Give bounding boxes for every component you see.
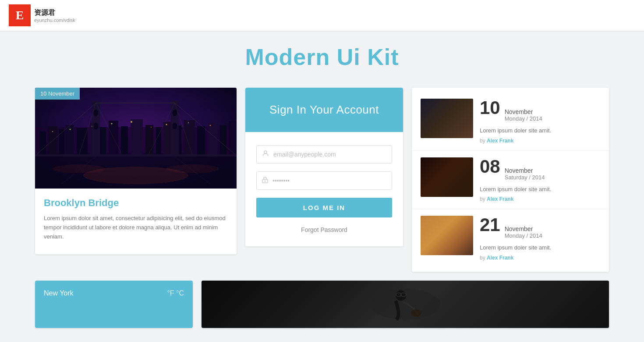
article-item: 10 November Monday / 2014 Lorem ipsum do… <box>412 92 609 151</box>
article-excerpt: Lorem ipsum doler site amit. <box>480 243 600 252</box>
svg-point-49 <box>166 164 219 173</box>
svg-rect-33 <box>94 110 98 116</box>
weather-city: New York <box>44 289 74 297</box>
music-background <box>202 281 609 328</box>
article-thumb <box>421 216 473 255</box>
weather-card: New York °F °C <box>35 281 193 328</box>
svg-rect-36 <box>173 123 177 129</box>
weather-units: °F °C <box>167 289 184 297</box>
bridge-illustration <box>35 88 237 189</box>
logo-text: 资源君 eyunzhu.com/vdisk <box>34 8 75 23</box>
article-author: Alex Frank <box>487 255 513 261</box>
article-meta: 10 November Monday / 2014 Lorem ipsum do… <box>480 99 600 144</box>
email-input[interactable] <box>273 146 386 163</box>
article-excerpt: Lorem ipsum doler site amit. <box>480 185 600 194</box>
brand-name: 资源君 <box>34 8 75 18</box>
article-byline: by Alex Frank <box>480 138 600 144</box>
svg-rect-12 <box>131 119 143 156</box>
blog-card-text: Lorem ipsum dolor sit amet, consectetur … <box>44 214 228 241</box>
article-weekday: Saturday / 2014 <box>505 174 545 181</box>
svg-rect-44 <box>35 154 237 157</box>
article-meta: 08 November Saturday / 2014 Lorem ipsum … <box>480 157 600 203</box>
article-author: Alex Frank <box>487 196 513 202</box>
article-item: 21 November Monday / 2014 Lorem ipsum do… <box>412 209 609 267</box>
article-byline: by Alex Frank <box>480 196 600 202</box>
signin-header: Sign In Your Account <box>245 88 403 132</box>
svg-rect-19 <box>208 123 217 156</box>
email-input-group <box>256 145 392 164</box>
lock-icon <box>262 176 268 185</box>
brand-url: eyunzhu.com/vdisk <box>34 18 75 23</box>
blog-card: 10 November <box>35 88 237 254</box>
article-date-row: 08 November Saturday / 2014 <box>480 157 600 181</box>
article-day: 10 <box>480 99 500 117</box>
page-title: Modern Ui Kit <box>0 44 644 70</box>
user-icon <box>262 150 269 159</box>
svg-rect-18 <box>197 126 205 156</box>
article-thumb <box>421 157 473 197</box>
signin-title: Sign In Your Account <box>254 103 394 117</box>
article-date-row: 10 November Monday / 2014 <box>480 99 600 122</box>
article-author: Alex Frank <box>487 138 513 144</box>
article-day: 08 <box>480 157 500 176</box>
article-excerpt: Lorem ipsum doler site amit. <box>480 126 600 135</box>
music-card <box>202 281 609 328</box>
svg-point-29 <box>188 122 189 123</box>
article-weekday: Monday / 2014 <box>505 115 542 122</box>
blog-card-body: Brooklyn Bridge Lorem ipsum dolor sit am… <box>35 189 237 254</box>
svg-point-52 <box>265 181 266 182</box>
svg-rect-10 <box>109 121 118 156</box>
svg-point-28 <box>166 124 167 125</box>
svg-point-23 <box>70 129 71 130</box>
article-thumb <box>421 99 473 138</box>
svg-point-26 <box>131 121 132 123</box>
article-date-row: 21 November Monday / 2014 <box>480 216 600 239</box>
signin-card: Sign In Your Account <box>245 88 403 246</box>
svg-rect-13 <box>145 125 153 156</box>
article-month: November <box>505 225 542 232</box>
logo: E 资源君 eyunzhu.com/vdisk <box>9 4 75 26</box>
svg-rect-7 <box>77 128 88 156</box>
articles-card: 10 November Monday / 2014 Lorem ipsum do… <box>412 88 609 272</box>
header: E 资源君 eyunzhu.com/vdisk <box>0 0 644 31</box>
svg-rect-20 <box>220 125 226 156</box>
date-badge: 10 November <box>35 88 80 100</box>
article-month-weekday: November Saturday / 2014 <box>505 167 545 181</box>
svg-point-30 <box>210 125 211 126</box>
article-month-weekday: November Monday / 2014 <box>505 108 542 122</box>
svg-rect-35 <box>173 110 177 116</box>
svg-rect-9 <box>100 127 106 156</box>
article-item: 08 November Saturday / 2014 Lorem ipsum … <box>412 151 609 210</box>
svg-rect-17 <box>184 120 195 156</box>
svg-point-50 <box>264 151 267 153</box>
article-month: November <box>505 108 542 115</box>
logo-icon: E <box>9 4 31 26</box>
forgot-password-link[interactable]: Forgot Password <box>256 226 392 233</box>
login-button[interactable]: LOG ME IN <box>256 198 392 217</box>
svg-rect-21 <box>229 121 237 156</box>
svg-point-22 <box>52 131 53 132</box>
svg-point-48 <box>53 164 105 173</box>
svg-point-58 <box>411 310 421 317</box>
bottom-grid: New York °F °C <box>0 272 644 328</box>
signin-body: LOG ME IN Forgot Password <box>245 132 403 246</box>
svg-rect-4 <box>48 126 57 156</box>
password-input-group <box>256 171 392 190</box>
article-month: November <box>505 167 545 174</box>
svg-point-25 <box>111 123 113 125</box>
article-byline: by Alex Frank <box>480 255 600 261</box>
article-month-weekday: November Monday / 2014 <box>505 225 542 239</box>
article-meta: 21 November Monday / 2014 Lorem ipsum do… <box>480 216 600 261</box>
page-title-section: Modern Ui Kit <box>0 31 644 88</box>
password-input[interactable] <box>272 172 386 189</box>
svg-rect-3 <box>39 132 46 156</box>
music-illustration <box>361 285 449 324</box>
main-grid: 10 November <box>0 88 644 272</box>
article-weekday: Monday / 2014 <box>505 232 542 239</box>
svg-rect-5 <box>59 129 64 156</box>
svg-rect-34 <box>94 123 98 129</box>
svg-point-27 <box>151 127 152 128</box>
svg-rect-11 <box>121 126 128 156</box>
blog-image: 10 November <box>35 88 237 189</box>
article-day: 21 <box>480 216 500 234</box>
